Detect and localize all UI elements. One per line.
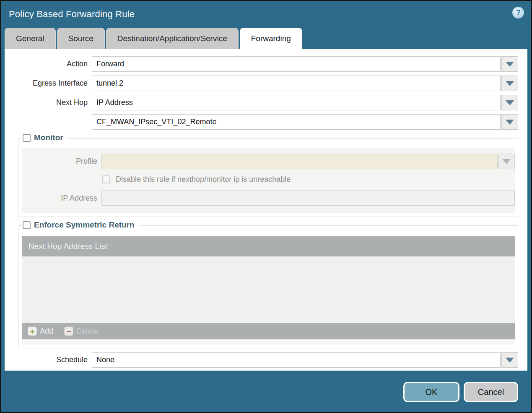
schedule-dropdown-button[interactable] — [501, 352, 518, 368]
schedule-label: Schedule — [5, 355, 92, 364]
profile-value — [101, 154, 498, 169]
chevron-down-icon — [506, 62, 514, 67]
tab-destination-application-service[interactable]: Destination/Application/Service — [106, 28, 239, 49]
forwarding-tab-panel: Action Forward Egress Interface tunnel.2… — [5, 49, 527, 371]
egress-interface-value[interactable]: tunnel.2 — [92, 76, 501, 91]
cancel-button[interactable]: Cancel — [464, 382, 518, 402]
table-footer: + Add − Delete — [22, 323, 515, 339]
next-hop-type-dropdown: IP Address — [92, 95, 518, 110]
monitor-ip-input — [101, 191, 515, 206]
tab-forwarding[interactable]: Forwarding — [240, 28, 302, 49]
next-hop-address-list-table: Next Hop Address List + Add − Delete — [22, 236, 515, 345]
chevron-down-icon — [506, 100, 514, 105]
next-hop-label: Next Hop — [5, 98, 92, 107]
next-hop-address-dropdown-button[interactable] — [501, 114, 518, 130]
next-hop-address-dropdown: CF_MWAN_IPsec_VTI_02_Remote — [92, 114, 518, 130]
enforce-symmetric-return-label: Enforce Symmetric Return — [34, 220, 135, 230]
add-icon: + — [28, 327, 37, 336]
disable-rule-row: Disable this rule if nexthop/monitor ip … — [22, 175, 515, 184]
table-header: Next Hop Address List — [22, 236, 515, 256]
dialog-title: Policy Based Forwarding Rule — [9, 9, 135, 20]
egress-interface-row: Egress Interface tunnel.2 — [5, 76, 518, 91]
tab-source[interactable]: Source — [57, 28, 105, 49]
monitor-checkbox[interactable] — [23, 134, 31, 142]
tab-bar: General Source Destination/Application/S… — [1, 27, 531, 49]
monitor-legend-label: Monitor — [34, 133, 63, 142]
chevron-down-icon — [502, 159, 511, 164]
schedule-value[interactable]: None — [92, 352, 501, 368]
next-hop-address-value[interactable]: CF_MWAN_IPsec_VTI_02_Remote — [92, 114, 501, 130]
monitor-section: Monitor Profile Disable this rule if nex… — [18, 138, 518, 217]
action-label: Action — [5, 60, 92, 68]
enforce-symmetric-return-section: Enforce Symmetric Return Next Hop Addres… — [18, 225, 518, 348]
chevron-down-icon — [506, 120, 514, 125]
schedule-row: Schedule None — [5, 352, 518, 368]
monitor-fields: Profile Disable this rule if nexthop/mon… — [22, 148, 515, 213]
delete-button: − Delete — [64, 327, 98, 336]
dialog-footer: OK Cancel — [1, 371, 531, 412]
delete-button-label: Delete — [76, 327, 98, 336]
add-button[interactable]: + Add — [28, 327, 53, 336]
monitor-ip-row: IP Address — [22, 191, 515, 206]
delete-icon: − — [64, 327, 73, 336]
action-dropdown: Forward — [92, 56, 518, 72]
profile-label: Profile — [22, 157, 101, 166]
chevron-down-icon — [506, 81, 514, 86]
next-hop-type-value[interactable]: IP Address — [92, 95, 501, 110]
monitor-legend: Monitor — [22, 133, 67, 142]
enforce-symmetric-return-legend: Enforce Symmetric Return — [22, 220, 139, 230]
disable-rule-checkbox — [102, 175, 110, 183]
next-hop-address-list-column-header: Next Hop Address List — [29, 242, 107, 251]
profile-dropdown-button — [498, 154, 515, 169]
table-body-empty[interactable] — [22, 256, 515, 323]
egress-interface-dropdown-button[interactable] — [501, 76, 518, 91]
action-row: Action Forward — [5, 56, 518, 72]
horizontal-scrollbar[interactable] — [22, 339, 515, 345]
pbf-rule-dialog: Policy Based Forwarding Rule ? General S… — [0, 0, 532, 413]
enforce-symmetric-return-checkbox[interactable] — [23, 221, 31, 229]
disable-rule-label: Disable this rule if nexthop/monitor ip … — [116, 175, 291, 184]
monitor-ip-label: IP Address — [22, 194, 101, 203]
tab-general[interactable]: General — [5, 28, 56, 49]
action-value[interactable]: Forward — [92, 56, 501, 72]
profile-row: Profile — [22, 154, 515, 169]
add-button-label: Add — [40, 327, 53, 336]
next-hop-type-dropdown-button[interactable] — [501, 95, 518, 110]
next-hop-row: Next Hop IP Address — [5, 95, 518, 110]
help-icon[interactable]: ? — [512, 7, 524, 18]
schedule-dropdown: None — [92, 352, 518, 368]
egress-interface-dropdown: tunnel.2 — [92, 76, 518, 91]
title-bar: Policy Based Forwarding Rule ? — [1, 1, 531, 27]
action-dropdown-button[interactable] — [501, 56, 518, 72]
ok-button[interactable]: OK — [403, 382, 459, 402]
next-hop-address-row: CF_MWAN_IPsec_VTI_02_Remote — [5, 114, 518, 130]
chevron-down-icon — [506, 358, 514, 363]
egress-interface-label: Egress Interface — [5, 79, 92, 88]
